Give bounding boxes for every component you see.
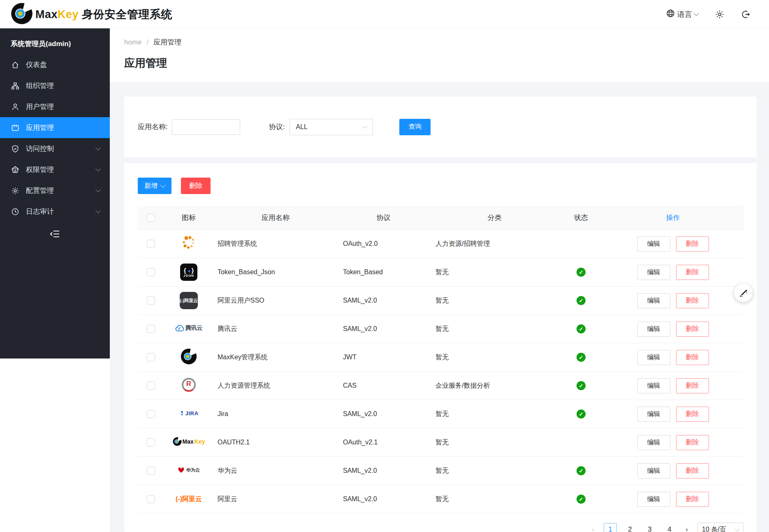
edit-button[interactable]: 编辑 [637,463,670,479]
app-name-input[interactable] [172,119,240,135]
sidebar-item-label: 应用管理 [26,123,54,132]
main-area: home / 应用管理 应用管理 应用名称: 协议: ALL 查询 [110,28,769,532]
row-checkbox[interactable] [147,467,155,475]
edit-button[interactable]: 编辑 [637,378,670,393]
sidebar-collapse-icon[interactable] [47,229,63,238]
pagination-next-icon[interactable]: › [683,525,691,532]
filter-panel: 应用名称: 协议: ALL 查询 [124,97,757,157]
column-category: 分类 [429,206,560,230]
delete-row-button[interactable]: 删除 [676,378,709,393]
magic-wand-button[interactable] [734,284,753,302]
add-button-label: 新增 [144,182,158,190]
sidebar-item-label: 日志审计 [26,207,54,216]
edit-button[interactable]: 编辑 [637,322,670,337]
chevron-down-icon [363,123,368,129]
logout-icon[interactable] [741,9,751,19]
delete-row-button[interactable]: 删除 [676,492,709,507]
edit-button[interactable]: 编辑 [637,350,670,365]
delete-row-button[interactable]: 删除 [676,322,709,337]
app-name-cell: MaxKey管理系统 [213,343,338,372]
search-button[interactable]: 查询 [399,119,431,135]
page-button-3[interactable]: 3 [643,523,656,532]
sidebar-item-7[interactable]: 日志审计 [0,201,110,222]
delete-row-button[interactable]: 删除 [676,293,709,308]
jira-icon: JIRA [179,410,199,416]
status-active-icon: ✓ [577,324,586,333]
settings-gear-icon[interactable] [715,9,725,19]
chevron-down-icon [95,187,101,192]
sidebar-item-label: 仪表盘 [26,60,47,69]
app-name-cell: 华为云 [213,457,338,485]
chevron-down-icon [694,11,699,16]
bulk-delete-button[interactable]: 删除 [181,178,211,194]
protocol-cell: SAML_v2.0 [338,287,429,315]
category-cell: 暂无 [429,287,560,315]
row-checkbox[interactable] [147,268,155,276]
row-checkbox[interactable] [147,495,155,503]
select-all-checkbox[interactable] [147,214,155,222]
toolbar: 新增 删除 [138,178,744,194]
edit-button[interactable]: 编辑 [637,407,670,422]
sidebar-item-2[interactable]: 用户管理 [0,96,110,117]
row-checkbox[interactable] [147,325,155,333]
row-checkbox[interactable] [147,410,155,418]
page-button-4[interactable]: 4 [663,523,676,532]
row-checkbox[interactable] [147,382,155,390]
delete-row-button[interactable]: 删除 [676,265,709,280]
app-name-cell: 人力资源管理系统 [213,372,338,400]
pagination-prev-icon[interactable]: ‹ [589,525,597,532]
protocol-cell: SAML_v2.0 [338,485,429,513]
sidebar-item-1[interactable]: 组织管理 [0,75,110,96]
add-button[interactable]: 新增 [138,178,171,194]
aliyun-dark-icon: (-)阿里云 [180,292,198,309]
row-checkbox[interactable] [147,438,155,446]
breadcrumb-current: 应用管理 [153,37,181,47]
sidebar-item-6[interactable]: 配置管理 [0,180,110,201]
page-title: 应用管理 [124,56,769,70]
protocol-select[interactable]: ALL [290,119,373,135]
apps-table: 图标 应用名称 协议 分类 状态 操作 招聘管理系统OAuth_v2.0人力资源… [138,206,744,513]
delete-row-button[interactable]: 删除 [676,435,709,450]
sidebar-item-0[interactable]: 仪表盘 [0,54,110,75]
page-button-1[interactable]: 1 [604,523,617,532]
sidebar-item-label: 访问控制 [26,144,54,153]
brand: MaxKey 身份安全管理系统 [11,2,172,26]
edit-button[interactable]: 编辑 [637,236,670,252]
sidebar-item-5[interactable]: 权限管理 [0,159,110,180]
header-actions: 语言 [666,9,751,20]
edit-button[interactable]: 编辑 [637,492,670,507]
table-row: {◄}JSONToken_Based_JsonToken_Based暂无✓编辑删… [138,258,744,287]
delete-row-button[interactable]: 删除 [676,350,709,365]
row-checkbox[interactable] [147,240,155,248]
edit-button[interactable]: 编辑 [637,435,670,450]
edit-button[interactable]: 编辑 [637,265,670,280]
delete-row-button[interactable]: 删除 [676,407,709,422]
category-cell: 人力资源/招聘管理 [429,230,560,258]
protocol-cell: SAML_v2.0 [338,315,429,343]
edit-button[interactable]: 编辑 [637,293,670,308]
delete-row-button[interactable]: 删除 [676,463,709,479]
page-size-select[interactable]: 10 条/页 [697,523,744,532]
maxkey-icon [181,348,197,365]
app-name-cell: Token_Based_Json [213,258,338,287]
row-checkbox[interactable] [147,296,155,305]
breadcrumb-home-link[interactable]: home [124,38,142,46]
app-name-cell: 阿里云 [213,485,338,513]
column-protocol: 协议 [338,206,429,230]
delete-row-button[interactable]: 删除 [676,236,709,252]
sidebar-item-4[interactable]: 访问控制 [0,138,110,159]
protocol-cell: CAS [338,372,429,400]
page-button-2[interactable]: 2 [623,523,637,532]
language-menu[interactable]: 语言 [666,9,698,20]
current-user: 系统管理员(admin) [0,28,110,54]
category-cell: 暂无 [429,258,560,287]
row-checkbox[interactable] [147,353,155,361]
app-name-cell: Jira [213,400,338,428]
breadcrumb: home / 应用管理 [124,37,769,47]
protocol-cell: OAuth_v2.1 [338,428,429,457]
audit-icon [11,208,19,216]
maxkey-wordmark-icon: MaxKey [173,437,205,446]
sidebar: 系统管理员(admin) 仪表盘组织管理用户管理应用管理访问控制权限管理配置管理… [0,28,110,359]
sidebar-item-3[interactable]: 应用管理 [0,117,110,138]
table-row: 华为云华为云SAML_v2.0暂无✓编辑删除 [138,457,744,485]
